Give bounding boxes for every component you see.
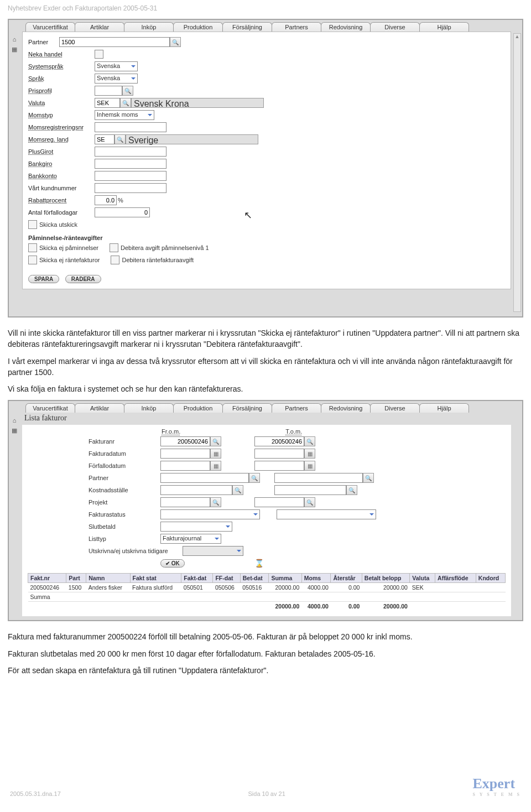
partner-input[interactable]	[59, 37, 170, 47]
partner-form-body: Partner 🔍 Neka handel Systemspråk Svensk…	[22, 32, 511, 289]
tab-varucertifikat[interactable]: Varucertifikat	[25, 22, 75, 32]
col-kndord[interactable]: Kndord	[476, 574, 505, 583]
tab-produktion[interactable]: Produktion	[173, 22, 223, 32]
tab-redovisning[interactable]: Redovisning	[321, 22, 371, 32]
search-icon[interactable]: 🔍	[304, 497, 315, 507]
col-namn[interactable]: Namn	[86, 574, 130, 583]
search-icon[interactable]: 🔍	[210, 497, 221, 507]
kostnad-to[interactable]	[274, 485, 346, 495]
systemsprak-select[interactable]: Svenska	[95, 61, 138, 71]
valuta-code-input[interactable]	[95, 98, 120, 108]
forfallodatum-to[interactable]	[254, 461, 304, 471]
plusgirot-input[interactable]	[95, 147, 166, 157]
tab-forsaljning[interactable]: Försäljning	[222, 22, 272, 32]
tab-hjalp[interactable]: Hjälp	[419, 22, 469, 32]
search-icon[interactable]: 🔍	[210, 436, 221, 446]
save-button[interactable]: SPARA	[28, 275, 59, 283]
chk-skicka-ej-rantefakturor[interactable]	[28, 256, 37, 264]
partner-to[interactable]	[274, 473, 363, 483]
search-icon[interactable]: 🔍	[249, 473, 260, 483]
tab-inkop[interactable]: Inköp	[124, 403, 174, 413]
search-icon[interactable]: 🔍	[122, 86, 133, 96]
tab-redovisning[interactable]: Redovisning	[321, 403, 371, 413]
search-icon[interactable]: 🔍	[114, 134, 126, 144]
window-side-icons: ⌂ ▦	[10, 35, 19, 53]
momsregland-input[interactable]	[95, 134, 114, 144]
col-affarsflode[interactable]: Affärsflöde	[435, 574, 476, 583]
tab-partners[interactable]: Partners	[272, 22, 321, 32]
momsregnr-input[interactable]	[95, 122, 166, 132]
expert-logo: Expert S Y S T E M S	[473, 775, 521, 797]
tab-artiklar[interactable]: Artiklar	[75, 22, 124, 32]
kostnad-from[interactable]	[160, 485, 232, 495]
rabattprocent-input[interactable]	[95, 195, 117, 205]
utskrivna-select[interactable]	[183, 546, 243, 556]
neka-handel-checkbox[interactable]	[95, 50, 103, 59]
col-betalt[interactable]: Betalt belopp	[362, 574, 409, 583]
slutbetald-select[interactable]	[160, 522, 232, 532]
momsregland-name: Sverige	[126, 134, 258, 144]
fakturadatum-to[interactable]	[254, 449, 304, 459]
home-icon[interactable]: ⌂	[10, 417, 19, 424]
col-faktnr[interactable]: Fakt.nr	[28, 574, 66, 583]
calendar-icon[interactable]: ▦	[304, 449, 315, 459]
skicka-utskick-checkbox[interactable]	[28, 220, 37, 229]
calendar-icon[interactable]: ▦	[210, 449, 221, 459]
col-valuta[interactable]: Valuta	[410, 574, 435, 583]
forfallodatum-from[interactable]	[160, 461, 210, 471]
calendar-icon[interactable]: ▦	[304, 461, 315, 471]
col-faktdat[interactable]: Fakt-dat	[181, 574, 213, 583]
chk-skicka-ej-paminnelser[interactable]	[28, 243, 37, 252]
tab-diverse[interactable]: Diverse	[370, 22, 420, 32]
chk-debitera-rantefaktura[interactable]	[111, 256, 119, 264]
fakturanr-to-input[interactable]	[254, 436, 304, 446]
search-icon[interactable]: 🔍	[232, 485, 243, 495]
partner-from[interactable]	[160, 473, 249, 483]
search-icon[interactable]: 🔍	[304, 436, 315, 446]
search-icon[interactable]: 🔍	[170, 37, 181, 47]
home-icon[interactable]: ⌂	[10, 35, 19, 43]
col-betdat[interactable]: Bet-dat	[240, 574, 269, 583]
delete-button[interactable]: RADERA	[65, 275, 101, 283]
fakturanr-from-input[interactable]	[160, 436, 210, 446]
grid-icon[interactable]: ▦	[10, 426, 19, 434]
fakturastatus-from[interactable]	[160, 509, 260, 519]
tab-varucertifikat[interactable]: Varucertifikat	[25, 403, 75, 413]
search-icon[interactable]: 🔍	[346, 485, 357, 495]
prisprofil-input[interactable]	[95, 86, 122, 96]
tab-inkop[interactable]: Inköp	[124, 22, 174, 32]
grid-icon[interactable]: ▦	[10, 45, 19, 53]
paragraph-4: Faktura med fakturanummer 200500224 förf…	[8, 631, 523, 642]
momstyp-select[interactable]: Inhemsk moms	[95, 110, 154, 120]
antal-forfallo-input[interactable]	[95, 207, 150, 217]
tab-diverse[interactable]: Diverse	[370, 403, 420, 413]
projekt-from[interactable]	[160, 497, 210, 507]
bankgiro-input[interactable]	[95, 159, 166, 169]
tab-artiklar[interactable]: Artiklar	[75, 403, 124, 413]
chk-debitera-paminnelse[interactable]	[110, 243, 118, 252]
bankkonto-input[interactable]	[95, 171, 166, 181]
ok-button[interactable]: ✔ OK	[160, 559, 185, 568]
fakturadatum-from[interactable]	[160, 449, 210, 459]
tab-hjalp[interactable]: Hjälp	[419, 403, 469, 413]
search-icon[interactable]: 🔍	[120, 98, 131, 108]
tab-forsaljning[interactable]: Försäljning	[222, 403, 272, 413]
col-moms[interactable]: Moms	[301, 574, 331, 583]
search-icon[interactable]: 🔍	[363, 473, 374, 483]
fakturastatus-to[interactable]	[277, 509, 376, 519]
table-row[interactable]: 200500246 1500 Anders fisker Faktura slu…	[28, 583, 506, 592]
projekt-to[interactable]	[254, 497, 304, 507]
chk4-label: Debitera räntefakturaavgift	[122, 257, 194, 263]
col-ffdat[interactable]: FF-dat	[213, 574, 240, 583]
col-aterstar[interactable]: Återstår	[331, 574, 362, 583]
col-part[interactable]: Part	[66, 574, 86, 583]
sprak-select[interactable]: Svenska	[95, 74, 138, 84]
listtyp-select[interactable]: Fakturajournal	[160, 534, 221, 544]
vart-kundnr-input[interactable]	[95, 183, 166, 193]
col-faktstat[interactable]: Fakt stat	[130, 574, 181, 583]
col-summa[interactable]: Summa	[269, 574, 301, 583]
tab-produktion[interactable]: Produktion	[173, 403, 223, 413]
tab-partners[interactable]: Partners	[272, 403, 321, 413]
calendar-icon[interactable]: ▦	[210, 461, 221, 471]
vertical-scrollbar[interactable]	[513, 33, 521, 312]
